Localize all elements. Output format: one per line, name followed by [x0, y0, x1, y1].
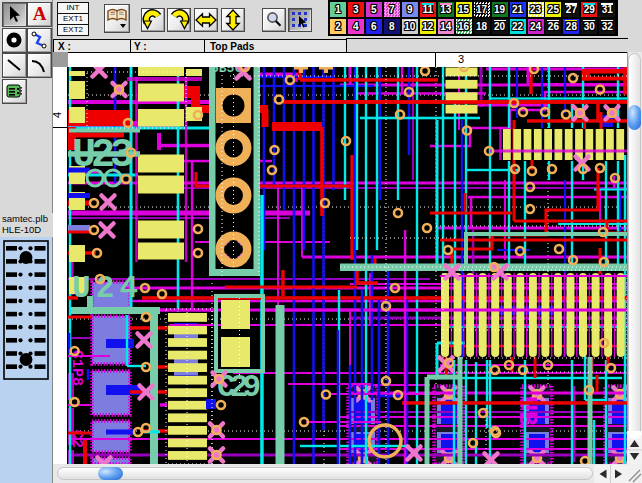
svg-text:U23: U23 — [72, 133, 134, 178]
svg-text:U24: U24 — [72, 271, 138, 306]
svg-text:UB: UB — [512, 396, 541, 426]
